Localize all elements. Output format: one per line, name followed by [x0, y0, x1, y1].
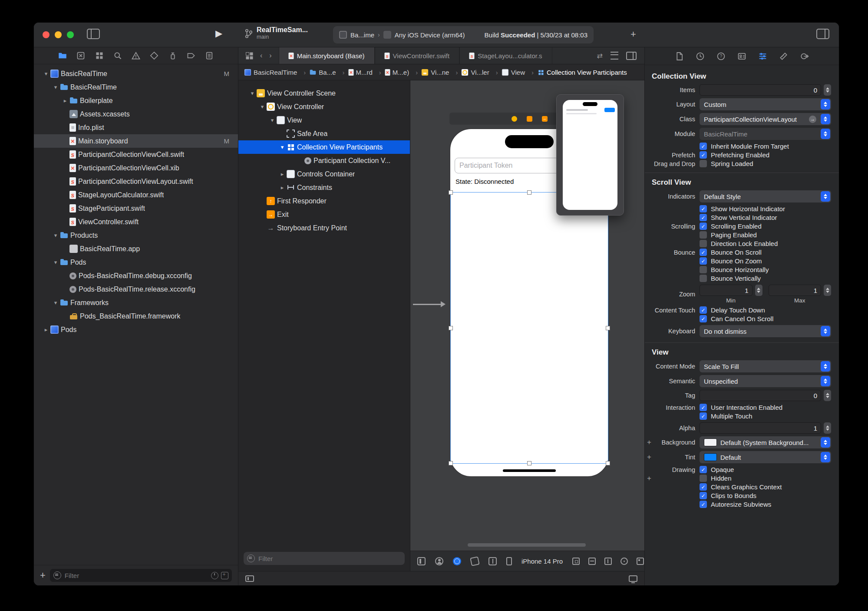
disclosure-chevron[interactable]	[248, 90, 257, 96]
show-vertical-checkbox[interactable]: ✓	[700, 214, 707, 221]
add-constraints-icon[interactable]	[604, 558, 612, 565]
file-row[interactable]: Frameworks	[34, 296, 238, 309]
file-row[interactable]: ViewController.swift	[34, 215, 238, 229]
accessibility-icon[interactable]	[435, 557, 443, 565]
code-review-icon[interactable]: ⇄	[597, 52, 603, 60]
zoom-min-field[interactable]: 1	[700, 285, 752, 296]
test-navigator-icon[interactable]	[150, 51, 158, 60]
adjust-editor-icon[interactable]	[611, 52, 618, 60]
navigator-filter-input[interactable]	[64, 571, 208, 580]
alpha-field[interactable]: 1	[700, 422, 821, 434]
zoom-min-stepper[interactable]	[755, 285, 762, 296]
selection-overlay[interactable]	[450, 192, 608, 464]
view-as-icon[interactable]	[417, 557, 426, 565]
bounce-horizontally-checkbox[interactable]: ✓	[700, 266, 707, 273]
outline-filter-field[interactable]	[244, 552, 405, 565]
destination-name[interactable]: Any iOS Device (arm64)	[395, 31, 465, 39]
module-dropdown[interactable]: BasicRealTime	[700, 128, 831, 140]
outline-row[interactable]: Controls Container	[238, 167, 410, 181]
disclosure-chevron[interactable]	[278, 184, 287, 191]
scheme-name[interactable]: Ba...ime	[350, 31, 374, 39]
resolve-autolayout-icon[interactable]	[620, 558, 628, 565]
outline-row[interactable]: Collection View Participants	[238, 140, 410, 154]
activity-display[interactable]: Ba...ime › Any iOS Device (arm64) Build …	[333, 26, 594, 43]
add-variation-button[interactable]: +	[647, 438, 651, 447]
attributes-inspector-icon[interactable]	[758, 52, 767, 61]
outline-filter-input[interactable]	[257, 555, 401, 563]
outline-row[interactable]: View Controller	[238, 100, 410, 113]
device-icon[interactable]	[506, 557, 512, 565]
disclosure-chevron[interactable]	[51, 232, 60, 239]
background-dropdown[interactable]: Default (System Background...	[700, 436, 831, 448]
show-horizontal-checkbox[interactable]: ✓	[700, 205, 707, 213]
breadcrumb-item[interactable]: M...rd ›	[349, 68, 385, 76]
items-field[interactable]: 0	[700, 84, 821, 96]
find-navigator-icon[interactable]	[113, 51, 122, 60]
orientation-icon[interactable]	[470, 556, 480, 566]
zoom-max-stepper[interactable]	[824, 285, 831, 296]
paging-enabled-checkbox[interactable]: ✓	[700, 231, 707, 239]
recent-files-icon[interactable]	[211, 572, 218, 579]
related-items-icon[interactable]	[245, 52, 253, 60]
tag-field[interactable]: 0	[700, 390, 821, 401]
disclosure-chevron[interactable]	[258, 103, 267, 110]
exit-icon[interactable]: →	[542, 116, 548, 122]
file-row[interactable]: Pods	[34, 256, 238, 269]
file-inspector-icon[interactable]	[675, 52, 684, 61]
go-back-icon[interactable]: ‹	[260, 52, 262, 60]
opaque-checkbox[interactable]: ✓	[700, 466, 707, 473]
scrolling-enabled-checkbox[interactable]: ✓	[700, 222, 707, 230]
breadcrumb-item[interactable]: M...e) ›	[385, 68, 422, 76]
indicator-style-dropdown[interactable]: Default Style	[700, 190, 831, 203]
file-row[interactable]: BasicRealTime.app	[34, 242, 238, 256]
breadcrumb-item[interactable]: Vi...ler ›	[462, 68, 502, 76]
resize-handle[interactable]	[606, 461, 610, 465]
storyboard-canvas[interactable]: → Participant Token State: Disconnected	[410, 80, 644, 571]
outline-row[interactable]: Safe Area	[238, 127, 410, 140]
disclosure-chevron[interactable]	[51, 299, 60, 306]
horizontal-scrollbar[interactable]	[468, 543, 586, 547]
jump-to-class-icon[interactable]: →	[809, 116, 816, 123]
file-row[interactable]: Pods-BasicRealTime.debug.xcconfig	[34, 269, 238, 282]
add-variation-button[interactable]: +	[647, 453, 651, 462]
file-row[interactable]: Pods_BasicRealTime.framework	[34, 309, 238, 323]
file-row[interactable]: ParticipantCollectionViewLayout.swift	[34, 175, 238, 188]
project-navigator-icon[interactable]	[58, 51, 67, 60]
clears-graphics-checkbox[interactable]: ✓	[700, 483, 707, 491]
add-variation-button[interactable]: +	[647, 474, 651, 483]
breadcrumb-item[interactable]: BasicRealTime ›	[244, 68, 310, 76]
resize-handle[interactable]	[527, 461, 531, 465]
disclosure-chevron[interactable]	[278, 171, 287, 177]
breadcrumb-item[interactable]: Ba...e ›	[310, 68, 348, 76]
minimize-window-button[interactable]	[55, 31, 62, 38]
disclosure-chevron[interactable]	[268, 117, 277, 123]
layout-dropdown[interactable]: Custom	[700, 98, 831, 110]
state-label[interactable]: State: Disconnected	[455, 178, 514, 185]
file-row[interactable]: Assets.xcassets	[34, 107, 238, 121]
adapt-variant-icon[interactable]	[488, 557, 497, 565]
first-responder-icon[interactable]	[527, 116, 532, 122]
resize-handle[interactable]	[449, 190, 453, 195]
align-icon[interactable]	[588, 558, 596, 565]
close-window-button[interactable]	[43, 31, 50, 38]
new-tab-button[interactable]: +	[630, 30, 636, 39]
identity-inspector-icon[interactable]	[737, 52, 746, 61]
user-interaction-checkbox[interactable]: ✓	[700, 404, 707, 411]
editor-tab[interactable]: StageLayou...culator.s	[459, 47, 552, 64]
toggle-inspector-icon[interactable]	[816, 29, 829, 39]
bounce-on-zoom-checkbox[interactable]: ✓	[700, 257, 707, 265]
resize-handle[interactable]	[449, 326, 453, 330]
class-field[interactable]: ParticipantCollectionViewLayout→	[700, 113, 831, 125]
disclosure-chevron[interactable]	[42, 326, 50, 333]
file-row[interactable]: StageParticipant.swift	[34, 202, 238, 215]
content-mode-dropdown[interactable]: Scale To Fill	[700, 360, 831, 372]
autoresize-subviews-checkbox[interactable]: ✓	[700, 501, 707, 508]
disclosure-chevron[interactable]	[51, 84, 60, 90]
multiple-touch-checkbox[interactable]: ✓	[700, 412, 707, 420]
report-navigator-icon[interactable]	[205, 51, 214, 60]
go-forward-icon[interactable]: ›	[269, 52, 271, 60]
toggle-navigator-icon[interactable]	[87, 29, 100, 39]
bounce-on-scroll-checkbox[interactable]: ✓	[700, 249, 707, 256]
file-row[interactable]: StageLayoutCalculator.swift	[34, 188, 238, 202]
file-row[interactable]: Products	[34, 229, 238, 242]
